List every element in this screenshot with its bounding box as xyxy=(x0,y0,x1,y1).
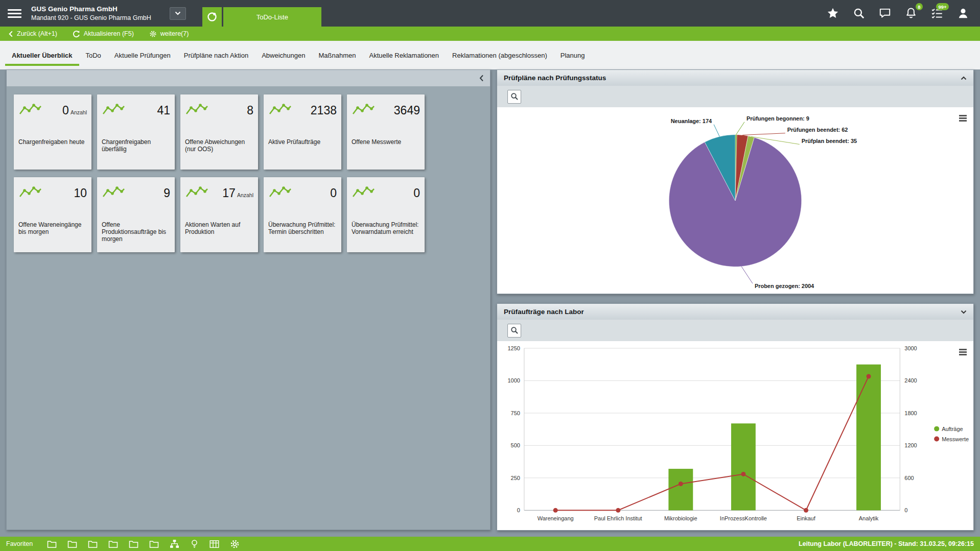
session-tab-label: ToDo-Liste xyxy=(256,13,288,21)
tab-aktuelle-reklamationen[interactable]: Aktuelle Reklamationen xyxy=(362,52,446,66)
tab-pr-fpl-ne-nach-aktion[interactable]: Prüfpläne nach Aktion xyxy=(177,52,255,66)
gear-icon xyxy=(149,30,157,38)
line-chart-icon xyxy=(352,101,375,119)
notifications-bell-icon[interactable]: 8 xyxy=(903,6,919,21)
favorite-folder-icon[interactable] xyxy=(129,540,138,548)
tile-value: 0 xyxy=(413,186,420,200)
chart-context-menu-icon[interactable] xyxy=(959,115,967,122)
line-chart-icon xyxy=(18,184,42,202)
category-label: Paul Ehrlich Institut xyxy=(594,515,642,521)
tab-abweichungen[interactable]: Abweichungen xyxy=(255,52,312,66)
line-point[interactable] xyxy=(616,508,620,513)
lightbulb-icon[interactable] xyxy=(190,539,199,549)
tile-label: Offene Messwerte xyxy=(352,138,421,146)
bar-chart-panel: Prüfaufträge nach Labor 0250500750100012… xyxy=(497,303,974,531)
favorite-folder-icon[interactable] xyxy=(149,540,159,548)
kpi-tile[interactable]: 3649Offene Messwerte xyxy=(347,94,425,170)
legend-dot xyxy=(934,426,939,432)
right-axis-tick: 1200 xyxy=(904,442,917,448)
tab-reklamationen-abgeschlossen[interactable]: Reklamationen (abgeschlossen) xyxy=(446,52,554,66)
favorite-folder-icon[interactable] xyxy=(88,540,98,548)
pie-label-line xyxy=(741,267,753,283)
refresh-button[interactable]: Aktualisieren (F5) xyxy=(73,30,134,38)
notification-badge: 99+ xyxy=(936,3,949,10)
more-actions-button[interactable]: weitere(7) xyxy=(149,30,189,38)
kpi-tile[interactable]: 8Offene Abweichungen (nur OOS) xyxy=(180,94,258,170)
kpi-tile[interactable]: 0Überwachung Prüfmittel: Vorwarndatum er… xyxy=(347,177,425,252)
bar-line-chart: 02505007501000125006001200180024003000Wa… xyxy=(497,341,973,530)
chart-zoom-button[interactable] xyxy=(507,324,521,338)
charts-column: Prüfpläne nach Prüfungsstatus Prüfungen … xyxy=(497,69,974,530)
category-label: Mikrobiologie xyxy=(664,515,697,521)
favorite-folder-icon[interactable] xyxy=(47,540,57,548)
hamburger-menu-icon[interactable] xyxy=(0,9,29,18)
bar-auftraege[interactable] xyxy=(668,469,693,510)
session-tab-todo-liste[interactable]: ToDo-Liste xyxy=(223,7,321,27)
kpi-tile[interactable]: 17AnzahlAktionen Warten auf Produktion xyxy=(180,177,258,252)
line-point[interactable] xyxy=(867,374,871,378)
tab-aktuelle-pr-fungen[interactable]: Aktuelle Prüfungen xyxy=(108,52,177,66)
kpi-tile[interactable]: 10Offene Wareneingänge bis morgen xyxy=(14,177,91,252)
refresh-label: Aktualisieren (F5) xyxy=(84,30,134,37)
chart-zoom-button[interactable] xyxy=(507,90,521,104)
favorite-folder-icon[interactable] xyxy=(108,540,118,548)
user-session-info: Leitung Labor (LABORLEITER) - Stand: 31.… xyxy=(799,540,974,547)
pie-chart-area: Prüfungen begonnen: 9Prüfungen beendet: … xyxy=(497,107,973,294)
user-icon[interactable] xyxy=(955,6,971,21)
main-content: 0AnzahlChargenfreigaben heute41Chargenfr… xyxy=(0,69,980,537)
chevron-up-icon[interactable] xyxy=(961,76,967,80)
tile-value: 9 xyxy=(164,186,170,200)
tab-todo[interactable]: ToDo xyxy=(79,52,108,66)
category-label: InProzessKontrolle xyxy=(720,515,767,521)
tab-planung[interactable]: Planung xyxy=(554,52,592,66)
todo-list-tab-icon[interactable] xyxy=(202,7,222,27)
kpi-tile[interactable]: 0AnzahlChargenfreigaben heute xyxy=(14,94,91,170)
right-axis-tick: 0 xyxy=(904,507,907,513)
tile-value: 10 xyxy=(74,186,87,200)
chevron-down-icon[interactable] xyxy=(961,310,967,314)
line-point[interactable] xyxy=(553,508,558,513)
category-label: Wareneingang xyxy=(538,515,574,521)
task-list-icon[interactable]: 99+ xyxy=(929,6,945,21)
line-point[interactable] xyxy=(741,472,745,476)
tile-value: 0Anzahl xyxy=(62,104,87,117)
pie-chart: Prüfungen begonnen: 9Prüfungen beendet: … xyxy=(497,107,973,294)
pie-label-line xyxy=(714,125,719,137)
line-point[interactable] xyxy=(679,482,683,486)
chart-context-menu-icon[interactable] xyxy=(959,349,967,355)
kpi-tile[interactable]: 41Chargenfreigaben überfällig xyxy=(97,94,175,170)
tab-ma-nahmen[interactable]: Maßnahmen xyxy=(312,52,363,66)
right-axis-tick: 2400 xyxy=(904,377,917,384)
collapse-panel-icon[interactable] xyxy=(479,75,484,82)
pie-slice-label: Prüfplan beendet: 35 xyxy=(802,138,857,144)
kpi-tile[interactable]: 9Offene Produktionsaufträge bis morgen xyxy=(97,177,175,252)
bar-auftraege[interactable] xyxy=(731,423,756,510)
search-icon[interactable] xyxy=(851,6,867,21)
right-axis-tick: 3000 xyxy=(904,345,917,351)
favorites-label: Favoriten xyxy=(6,540,33,547)
overview-panel: 0AnzahlChargenfreigaben heute41Chargenfr… xyxy=(6,69,491,530)
sitemap-icon[interactable] xyxy=(170,539,179,548)
kpi-tile[interactable]: 0Überwachung Prüfmittel: Termin überschr… xyxy=(264,177,341,252)
tile-label: Aktionen Warten auf Produktion xyxy=(185,221,254,235)
settings-gear-icon[interactable] xyxy=(230,539,240,549)
table-icon[interactable] xyxy=(209,540,219,548)
pie-panel-toolbar xyxy=(497,86,973,107)
notification-badge: 8 xyxy=(916,3,923,10)
left-axis-tick: 750 xyxy=(511,410,520,416)
chat-icon[interactable] xyxy=(877,6,893,21)
right-axis-tick: 600 xyxy=(904,475,914,481)
legend-dot xyxy=(934,437,939,442)
tab-aktueller-berblick[interactable]: Aktueller Überblick xyxy=(5,52,79,66)
left-axis-tick: 250 xyxy=(511,475,520,481)
line-point[interactable] xyxy=(804,508,808,513)
header-icons: 899+ xyxy=(825,6,980,21)
tab-list-dropdown-button[interactable] xyxy=(170,7,186,20)
kpi-tile[interactable]: 2138Aktive Prüfaufträge xyxy=(264,94,341,170)
favorites-star-icon[interactable] xyxy=(825,6,841,21)
bar-auftraege[interactable] xyxy=(856,365,881,511)
favorite-folder-icon[interactable] xyxy=(67,540,77,548)
tile-label: Offene Abweichungen (nur OOS) xyxy=(185,138,254,153)
back-button[interactable]: Zurück (Alt+1) xyxy=(8,30,57,37)
more-label: weitere(7) xyxy=(160,30,189,37)
